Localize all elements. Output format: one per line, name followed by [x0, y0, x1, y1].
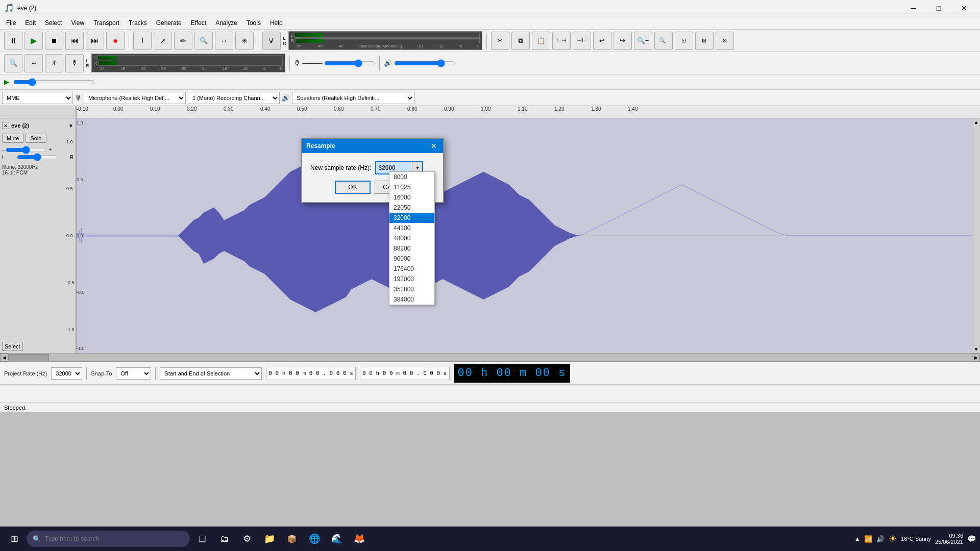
fit-zoom-btn[interactable]: ⊡ — [675, 32, 693, 50]
fit-track-btn[interactable]: ⊠ — [695, 32, 714, 50]
volume-icon[interactable]: 🔊 — [876, 535, 885, 543]
minimize-button[interactable]: ─ — [901, 0, 925, 16]
menu-generate[interactable]: Generate — [152, 18, 186, 28]
dialog-close-button[interactable]: ✕ — [429, 141, 439, 151]
track-name-label: eve (2) — [11, 122, 66, 129]
scroll-up-arrow[interactable]: ▲ — [974, 119, 979, 125]
menu-transport[interactable]: Transport — [89, 18, 124, 28]
copy-btn[interactable]: ⧉ — [511, 32, 530, 50]
zoom-sel-btn[interactable]: ⊗ — [716, 32, 734, 50]
timeline-ruler: -0.10 0.00 0.10 0.20 0.30 0.40 0.50 0.60… — [0, 106, 980, 118]
taskbar-edge[interactable]: 🌊 — [327, 529, 347, 549]
waveform-area[interactable]: 1.0 0.5 0.0 -0.5 -1.0 — [77, 118, 972, 353]
selection-type-select[interactable]: Start and End of Selection Start and Len… — [160, 367, 262, 380]
playback-speed-slider[interactable] — [13, 79, 95, 86]
taskbar-folder[interactable]: 📁 — [259, 529, 280, 549]
mic2-btn[interactable]: 🎙 — [65, 54, 84, 72]
network-icon[interactable]: 📶 — [864, 535, 872, 543]
rate-384000[interactable]: 384000 — [389, 294, 434, 305]
solo-button[interactable]: Solo — [26, 134, 46, 143]
menu-tools[interactable]: Tools — [242, 18, 265, 28]
channels-select[interactable]: 1 (Mono) Recording Chann... — [188, 92, 280, 104]
draw-tool[interactable]: ✏ — [174, 32, 192, 50]
rate-192000[interactable]: 192000 — [389, 274, 434, 284]
rate-88200[interactable]: 88200 — [389, 243, 434, 254]
zoom-in-btn[interactable]: 🔍+ — [634, 32, 652, 50]
taskbar-settings[interactable]: ⚙ — [237, 529, 257, 549]
zoom-tool[interactable]: 🔍 — [194, 32, 213, 50]
chevron-icon[interactable]: ▲ — [854, 536, 860, 542]
taskbar-winrar[interactable]: 📦 — [282, 529, 302, 549]
menu-edit[interactable]: Edit — [21, 18, 40, 28]
select-tool[interactable]: I — [133, 32, 152, 50]
menu-analyze[interactable]: Analyze — [211, 18, 241, 28]
undo-btn[interactable]: ↩ — [593, 32, 611, 50]
menu-view[interactable]: View — [67, 18, 88, 28]
taskbar-chrome[interactable]: 🌐 — [304, 529, 325, 549]
snap-to-select[interactable]: Off Nearest — [116, 367, 151, 380]
clock[interactable]: 09:36 25/06/2021 — [935, 533, 963, 545]
track-pan-row: L R — [2, 155, 74, 160]
scroll-right-arrow[interactable]: ▶ — [972, 354, 980, 362]
microphone-select[interactable]: Microphone (Realtek High Defi... — [84, 92, 186, 104]
task-view-button[interactable]: ❑ — [192, 529, 212, 549]
taskbar-app5[interactable]: 🦊 — [349, 529, 370, 549]
rate-16000[interactable]: 16000 — [389, 192, 434, 203]
skip-fwd-button[interactable]: ⏭ — [86, 32, 104, 50]
mic-volume-slider[interactable] — [324, 60, 375, 67]
record-button[interactable]: ● — [106, 32, 125, 50]
rate-32000[interactable]: 32000 — [389, 213, 434, 223]
envelope-tool[interactable]: ⤢ — [154, 32, 172, 50]
trim-btn[interactable]: ⊢⊣ — [552, 32, 571, 50]
rate-22050[interactable]: 22050 — [389, 203, 434, 213]
gain-slider[interactable] — [6, 147, 46, 153]
search-input[interactable] — [45, 535, 173, 542]
titlebar-left: 🎵 eve (2) — [4, 3, 36, 13]
taskbar-explorer[interactable]: 🗂 — [214, 529, 235, 549]
redo-btn[interactable]: ↪ — [614, 32, 632, 50]
play-button[interactable]: ▶ — [24, 32, 43, 50]
host-select[interactable]: MME Windows WASAPI Windows DirectSound — [2, 92, 73, 104]
timeshift-tool[interactable]: ↔ — [215, 32, 233, 50]
start-button[interactable]: ⊞ — [4, 529, 24, 549]
menu-file[interactable]: File — [2, 18, 20, 28]
project-rate-select[interactable]: 32000 44100 48000 — [51, 367, 82, 380]
rate-8000[interactable]: 8000 — [389, 172, 434, 182]
hscroll-btn[interactable]: ↔ — [24, 54, 43, 72]
pause-button[interactable]: ⏸ — [4, 32, 22, 50]
rate-48000[interactable]: 48000 — [389, 233, 434, 243]
stop-button[interactable]: ■ — [45, 32, 63, 50]
rate-44100[interactable]: 44100 — [389, 223, 434, 233]
speaker-volume-slider[interactable] — [394, 60, 455, 67]
separator-4 — [289, 56, 290, 71]
scroll-left-arrow[interactable]: ◀ — [0, 354, 8, 362]
multi-tool[interactable]: ✳ — [235, 32, 254, 50]
menu-tracks[interactable]: Tracks — [125, 18, 151, 28]
zoom-out-btn[interactable]: 🔍- — [654, 32, 673, 50]
star-btn[interactable]: ✳ — [45, 54, 63, 72]
menu-select[interactable]: Select — [41, 18, 66, 28]
silence-btn[interactable]: ⊣⊢ — [573, 32, 591, 50]
rate-11025[interactable]: 11025 — [389, 182, 434, 192]
pan-slider[interactable] — [17, 155, 58, 160]
menu-effect[interactable]: Effect — [187, 18, 210, 28]
cut-btn[interactable]: ✂ — [491, 32, 509, 50]
close-button[interactable]: ✕ — [952, 0, 976, 16]
menu-help[interactable]: Help — [266, 18, 287, 28]
mute-button[interactable]: Mute — [2, 134, 23, 143]
rate-352800[interactable]: 352800 — [389, 284, 434, 294]
hscroll-track[interactable] — [8, 354, 972, 361]
track-close-button[interactable]: ✕ — [2, 122, 9, 129]
search-bar[interactable]: 🔍 — [27, 531, 190, 547]
skip-back-button[interactable]: ⏮ — [65, 32, 84, 50]
zoom-2-btn[interactable]: 🔍 — [4, 54, 22, 72]
rate-96000[interactable]: 96000 — [389, 254, 434, 264]
maximize-button[interactable]: □ — [927, 0, 950, 16]
speaker-select[interactable]: Speakers (Realtek High Definiti... — [292, 92, 414, 104]
ok-button[interactable]: OK — [335, 181, 371, 194]
paste-btn[interactable]: 📋 — [532, 32, 550, 50]
rate-176400[interactable]: 176400 — [389, 264, 434, 274]
scroll-down-arrow[interactable]: ▼ — [974, 346, 979, 352]
notification-icon[interactable]: 💬 — [967, 535, 976, 543]
track-select-button[interactable]: Select — [2, 342, 23, 351]
